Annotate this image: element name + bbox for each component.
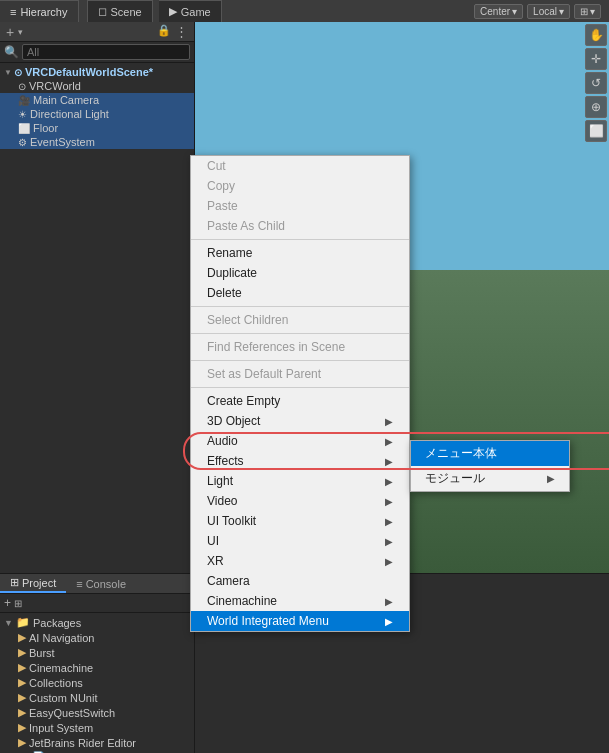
project-panel-tabs: ⊞ Project ≡ Console xyxy=(0,574,194,594)
folder-icon: 📁 xyxy=(16,616,30,629)
project-icon: ⊞ xyxy=(10,576,19,589)
camera-icon: 🎥 xyxy=(18,95,30,106)
project-toolbar: + ⊞ xyxy=(0,594,194,613)
hierarchy-content: ▼ ⊙ VRCDefaultWorldScene* ⊙ VRCWorld 🎥 M… xyxy=(0,63,194,573)
project-panel: ⊞ Project ≡ Console + ⊞ ▼ 📁 Packages ▶ A… xyxy=(0,574,195,753)
ctx-rename[interactable]: Rename xyxy=(191,243,409,263)
hand-tool-button[interactable]: ✋ xyxy=(585,24,607,46)
hierarchy-item-label: Directional Light xyxy=(30,108,109,120)
floor-icon: ⬜ xyxy=(18,123,30,134)
center-button[interactable]: Center ▾ xyxy=(474,4,523,19)
folder-easyquestswitch[interactable]: ▶ EasyQuestSwitch xyxy=(0,705,194,720)
search-icon: 🔍 xyxy=(4,45,19,59)
submenu-arrow: ▶ xyxy=(547,473,555,484)
submenu-item-menu-honbun[interactable]: メニュー本体 xyxy=(411,441,569,466)
ctx-delete[interactable]: Delete xyxy=(191,283,409,303)
ctx-light[interactable]: Light▶ xyxy=(191,471,409,491)
ctx-ui[interactable]: UI▶ xyxy=(191,531,409,551)
folder-collections[interactable]: ▶ Collections xyxy=(0,675,194,690)
ctx-create-empty[interactable]: Create Empty xyxy=(191,391,409,411)
folder-ai-navigation[interactable]: ▶ AI Navigation xyxy=(0,630,194,645)
hierarchy-search-bar: 🔍 xyxy=(0,42,194,63)
ctx-xr[interactable]: XR▶ xyxy=(191,551,409,571)
folder-jetbrains[interactable]: ▶ JetBrains Rider Editor xyxy=(0,735,194,750)
obj-icon: ⊙ xyxy=(18,81,26,92)
rect-tool-button[interactable]: ⬜ xyxy=(585,120,607,142)
folder-icon: ▶ xyxy=(18,646,26,659)
grid-button[interactable]: ⊞ ▾ xyxy=(574,4,601,19)
ctx-duplicate[interactable]: Duplicate xyxy=(191,263,409,283)
folder-custom-nunit[interactable]: ▶ Custom NUnit xyxy=(0,690,194,705)
more-icon[interactable]: ⋮ xyxy=(175,24,188,39)
separator-2 xyxy=(191,306,409,307)
hierarchy-item-label: VRCDefaultWorldScene* xyxy=(25,66,153,78)
hierarchy-item-eventsystem[interactable]: ⚙ EventSystem xyxy=(0,135,194,149)
hierarchy-item-camera[interactable]: 🎥 Main Camera xyxy=(0,93,194,107)
tab-hierarchy[interactable]: ≡ Hierarchy xyxy=(0,0,79,22)
ctx-audio[interactable]: Audio▶ xyxy=(191,431,409,451)
rotate-tool-button[interactable]: ↺ xyxy=(585,72,607,94)
hierarchy-item-vrcworld[interactable]: ⊙ VRCWorld xyxy=(0,79,194,93)
hierarchy-item-floor[interactable]: ⬜ Floor xyxy=(0,121,194,135)
ctx-paste[interactable]: Paste xyxy=(191,196,409,216)
ctx-paste-as-child[interactable]: Paste As Child xyxy=(191,216,409,236)
ctx-set-default-parent[interactable]: Set as Default Parent xyxy=(191,364,409,384)
project-content: ▼ 📁 Packages ▶ AI Navigation ▶ Burst ▶ C… xyxy=(0,613,194,753)
folder-icon: ▶ xyxy=(18,676,26,689)
ctx-select-children[interactable]: Select Children xyxy=(191,310,409,330)
folder-icon: ▶ xyxy=(18,661,26,674)
game-icon: ▶ xyxy=(169,5,177,18)
hierarchy-header: + ▾ 🔒 ⋮ xyxy=(0,22,194,42)
lock-icon: 🔒 xyxy=(157,24,171,39)
tab-scene[interactable]: ◻ Scene xyxy=(87,0,153,22)
expand-icon[interactable]: ⊞ xyxy=(14,598,22,609)
submenu-arrow: ▶ xyxy=(385,536,393,547)
submenu-arrow: ▶ xyxy=(385,436,393,447)
separator-5 xyxy=(191,387,409,388)
tab-project[interactable]: ⊞ Project xyxy=(0,574,66,593)
expand-arrow: ▼ xyxy=(4,618,13,628)
ctx-camera[interactable]: Camera xyxy=(191,571,409,591)
ctx-effects[interactable]: Effects▶ xyxy=(191,451,409,471)
folder-burst[interactable]: ▶ Burst xyxy=(0,645,194,660)
local-button[interactable]: Local ▾ xyxy=(527,4,570,19)
submenu-arrow: ▶ xyxy=(385,476,393,487)
scale-tool-button[interactable]: ⊕ xyxy=(585,96,607,118)
submenu: メニュー本体 モジュール ▶ xyxy=(410,440,570,492)
move-tool-button[interactable]: ✛ xyxy=(585,48,607,70)
light-icon: ☀ xyxy=(18,109,27,120)
add-button[interactable]: + xyxy=(6,24,14,40)
expand-arrow: ▼ xyxy=(4,68,12,77)
search-input[interactable] xyxy=(22,44,190,60)
submenu-arrow: ▶ xyxy=(385,556,393,567)
packages-folder[interactable]: ▼ 📁 Packages xyxy=(0,615,194,630)
hierarchy-item-root[interactable]: ▼ ⊙ VRCDefaultWorldScene* xyxy=(0,65,194,79)
submenu-item-module[interactable]: モジュール ▶ xyxy=(411,466,569,491)
submenu-arrow: ▶ xyxy=(385,416,393,427)
ctx-world-integrated[interactable]: World Integrated Menu▶ xyxy=(191,611,409,631)
ctx-find-references[interactable]: Find References in Scene xyxy=(191,337,409,357)
tab-game[interactable]: ▶ Game xyxy=(159,0,222,22)
add-icon[interactable]: + xyxy=(4,596,11,610)
hierarchy-item-light[interactable]: ☀ Directional Light xyxy=(0,107,194,121)
submenu-arrow: ▶ xyxy=(385,516,393,527)
folder-icon: ▶ xyxy=(18,706,26,719)
dropdown-arrow[interactable]: ▾ xyxy=(18,27,23,37)
ctx-ui-toolkit[interactable]: UI Toolkit▶ xyxy=(191,511,409,531)
folder-cinemachine[interactable]: ▶ Cinemachine xyxy=(0,660,194,675)
hierarchy-item-label: Floor xyxy=(33,122,58,134)
ctx-video[interactable]: Video▶ xyxy=(191,491,409,511)
submenu-arrow: ▶ xyxy=(385,456,393,467)
top-bar: ≡ Hierarchy ◻ Scene ▶ Game Center ▾ Loca… xyxy=(0,0,609,22)
ctx-cut[interactable]: Cut xyxy=(191,156,409,176)
separator-4 xyxy=(191,360,409,361)
ctx-cinemachine[interactable]: Cinemachine▶ xyxy=(191,591,409,611)
tab-console[interactable]: ≡ Console xyxy=(66,574,136,593)
grid-icon: ⊞ xyxy=(580,6,588,17)
context-menu: Cut Copy Paste Paste As Child Rename Dup… xyxy=(190,155,410,632)
folder-input-system[interactable]: ▶ Input System xyxy=(0,720,194,735)
ctx-3d-object[interactable]: 3D Object▶ xyxy=(191,411,409,431)
ctx-copy[interactable]: Copy xyxy=(191,176,409,196)
chevron-down-icon: ▾ xyxy=(512,6,517,17)
hierarchy-item-label: EventSystem xyxy=(30,136,95,148)
